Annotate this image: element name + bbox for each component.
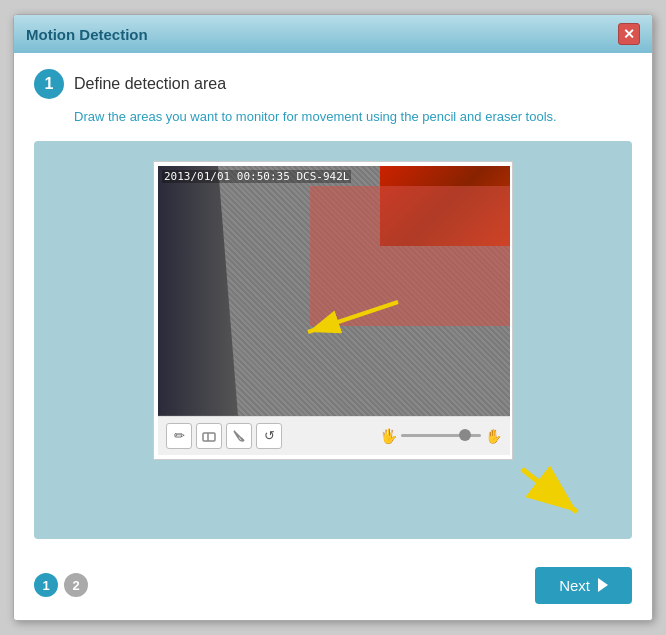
step-title: Define detection area xyxy=(74,75,226,93)
step-header: 1 Define detection area xyxy=(34,69,632,99)
svg-line-6 xyxy=(522,469,577,512)
next-button-arrow-icon xyxy=(598,578,608,592)
camera-timestamp: 2013/01/01 00:50:35 DCS-942L xyxy=(162,170,351,183)
yellow-arrow-indicator xyxy=(288,292,408,346)
motion-detection-dialog: Motion Detection ✕ 1 Define detection ar… xyxy=(13,14,653,621)
step-description: Draw the areas you want to monitor for m… xyxy=(74,107,632,127)
hand-open-icon: 🖐 xyxy=(380,428,397,444)
step-indicators: 1 2 xyxy=(34,573,88,597)
refresh-button[interactable]: ↺ xyxy=(256,423,282,449)
slider-area: 🖐 ✋ xyxy=(380,428,502,444)
eraser-button[interactable] xyxy=(196,423,222,449)
step-number-circle: 1 xyxy=(34,69,64,99)
close-button[interactable]: ✕ xyxy=(618,23,640,45)
size-slider[interactable] xyxy=(401,434,481,437)
slider-thumb xyxy=(459,429,471,441)
big-yellow-arrow xyxy=(512,464,592,519)
camera-toolbar: ✏ ↺ xyxy=(158,416,510,455)
dialog-titlebar: Motion Detection ✕ xyxy=(14,15,652,53)
pencil-button[interactable]: ✏ xyxy=(166,423,192,449)
camera-viewport[interactable]: 2013/01/01 00:50:35 DCS-942L xyxy=(158,166,510,416)
step-dot-2: 2 xyxy=(64,573,88,597)
svg-line-1 xyxy=(308,302,398,332)
dialog-footer: 1 2 Next xyxy=(14,555,652,620)
next-button-label: Next xyxy=(559,577,590,594)
brush-button[interactable] xyxy=(226,423,252,449)
hand-grab-icon: ✋ xyxy=(485,428,502,444)
next-button[interactable]: Next xyxy=(535,567,632,604)
big-arrow-container xyxy=(54,464,612,519)
step-dot-1: 1 xyxy=(34,573,58,597)
dialog-title: Motion Detection xyxy=(26,26,148,43)
camera-area: 2013/01/01 00:50:35 DCS-942L xyxy=(34,141,632,539)
svg-rect-2 xyxy=(203,433,215,441)
dialog-body: 1 Define detection area Draw the areas y… xyxy=(14,53,652,555)
camera-container: 2013/01/01 00:50:35 DCS-942L xyxy=(153,161,513,460)
